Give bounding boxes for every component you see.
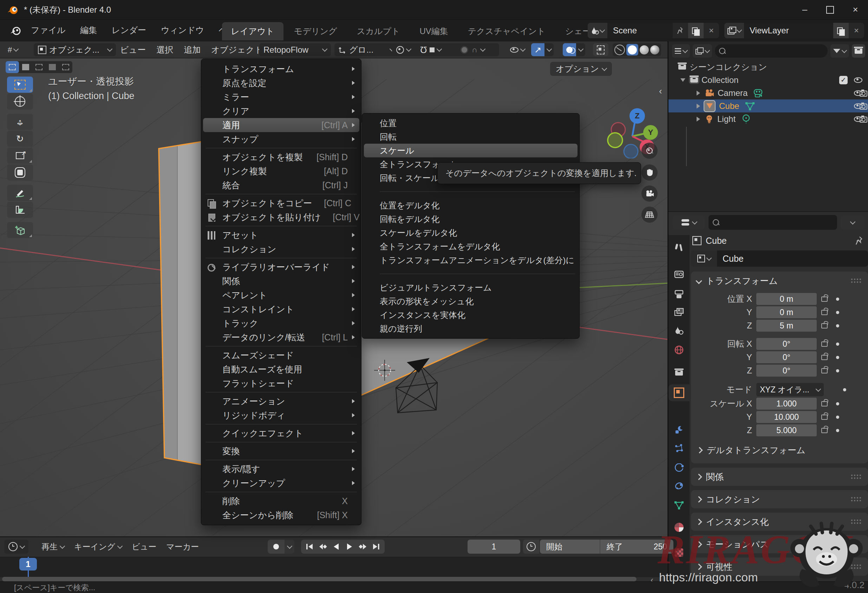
use-preview-range-button[interactable] bbox=[523, 540, 539, 554]
overlay-toggle[interactable] bbox=[563, 43, 576, 56]
play-button[interactable] bbox=[343, 541, 356, 553]
properties-search-input[interactable] bbox=[709, 215, 837, 230]
options-button[interactable]: オプション bbox=[550, 62, 612, 76]
lock-toggle[interactable] bbox=[817, 310, 832, 315]
submenu-item-scale[interactable]: スケール bbox=[364, 144, 577, 157]
object-menu-item[interactable]: クリーンアップ bbox=[201, 476, 361, 490]
auto-keyframe-button[interactable] bbox=[268, 540, 285, 554]
solid-shading-button[interactable] bbox=[626, 44, 638, 56]
xray-toggle[interactable] bbox=[593, 43, 608, 56]
outliner-row-scene-collection[interactable]: シーンコレクション bbox=[669, 60, 868, 74]
object-menu-item[interactable]: トラック bbox=[201, 316, 361, 330]
object-menu-item[interactable]: スムーズシェード bbox=[201, 348, 361, 362]
unlink-scene-button[interactable]: × bbox=[704, 23, 719, 38]
lock-toggle[interactable] bbox=[817, 323, 832, 329]
tab-particles[interactable] bbox=[669, 440, 689, 457]
outliner-search-input[interactable] bbox=[715, 44, 828, 58]
animate-dot[interactable] bbox=[832, 311, 843, 314]
object-menu-item[interactable]: オブジェクトをコピー [Ctrl] C bbox=[201, 196, 361, 210]
jump-to-start-button[interactable] bbox=[303, 541, 316, 553]
object-name-field[interactable]: Cube bbox=[717, 251, 868, 267]
menu-edit[interactable]: 編集 bbox=[79, 22, 98, 38]
visibility-dropdown[interactable] bbox=[506, 43, 529, 56]
lock-toggle[interactable] bbox=[817, 415, 832, 420]
apply-submenu-item[interactable] bbox=[362, 185, 579, 199]
new-collection-button[interactable] bbox=[852, 44, 865, 58]
prev-keyframe-button[interactable] bbox=[316, 541, 329, 553]
object-menu-item[interactable]: 関係 bbox=[201, 274, 361, 288]
outliner-row-collection[interactable]: Collection bbox=[669, 74, 868, 86]
object-menu-item[interactable]: フラットシェード bbox=[201, 376, 361, 390]
apply-submenu-item[interactable]: インスタンスを実体化 bbox=[362, 308, 579, 322]
value-field[interactable]: 0° bbox=[756, 338, 817, 350]
close-button[interactable]: × bbox=[843, 0, 868, 19]
object-menu-item[interactable]: 原点を設定 bbox=[201, 76, 361, 90]
new-viewlayer-button[interactable] bbox=[833, 23, 849, 38]
proportional-icon[interactable] bbox=[461, 46, 468, 54]
object-menu-item[interactable]: トランスフォーム bbox=[201, 62, 361, 76]
outliner-row-cube[interactable]: Cube bbox=[669, 99, 868, 112]
sidebar-collapse-arrow[interactable]: ‹ bbox=[659, 86, 662, 97]
delta-transform-panel[interactable]: デルタトランスフォーム bbox=[692, 442, 866, 459]
panel-relations[interactable]: 関係 bbox=[691, 468, 868, 486]
rendered-shading-button[interactable] bbox=[650, 45, 659, 55]
apply-submenu-item[interactable]: スケールをデルタ化 bbox=[362, 226, 579, 240]
apply-submenu-item[interactable]: ビジュアルトランスフォーム bbox=[362, 281, 579, 294]
tab-physics[interactable] bbox=[669, 460, 689, 477]
magnet-icon[interactable]: Ω bbox=[420, 44, 427, 55]
pivot-dropdown[interactable] bbox=[392, 43, 421, 56]
minimize-button[interactable]: – bbox=[792, 0, 818, 19]
tab-constraints[interactable] bbox=[669, 478, 689, 495]
apply-submenu-item[interactable]: 回転をデルタ化 bbox=[362, 212, 579, 226]
object-menu-item[interactable]: 表示/隠す bbox=[201, 462, 361, 476]
keying-set-dropdown[interactable] bbox=[285, 540, 294, 554]
animate-dot[interactable] bbox=[832, 356, 843, 359]
object-menu-item[interactable]: オブジェクトを貼り付け [Ctrl] V bbox=[201, 210, 361, 224]
gizmo-toggle[interactable]: ↗ bbox=[531, 43, 545, 56]
pan-hand-button[interactable] bbox=[641, 164, 658, 181]
animate-dot[interactable] bbox=[832, 402, 843, 406]
lock-toggle[interactable] bbox=[817, 296, 832, 302]
object-menu-item[interactable]: データのリンク/転送 [Ctrl] L bbox=[201, 330, 361, 344]
scale-tool[interactable]: ↗ bbox=[7, 148, 33, 164]
falloff-icon[interactable]: ∩ bbox=[472, 45, 477, 55]
render-toggle-icon[interactable] bbox=[859, 104, 867, 110]
tab-render[interactable] bbox=[669, 266, 689, 283]
tab-scene[interactable] bbox=[669, 322, 689, 339]
orientation-dropdown[interactable]: グロ... bbox=[334, 43, 399, 56]
tab-object-data[interactable] bbox=[669, 497, 689, 513]
next-keyframe-button[interactable] bbox=[357, 541, 369, 553]
object-menu-item[interactable] bbox=[201, 192, 361, 196]
object-menu-item[interactable]: ライブラリオーバーライド bbox=[201, 260, 361, 274]
select-box-tool[interactable] bbox=[7, 77, 33, 93]
cursor-tool[interactable] bbox=[7, 93, 33, 110]
object-menu-item[interactable] bbox=[201, 344, 361, 348]
properties-options-dropdown[interactable] bbox=[841, 216, 865, 229]
disclosure-closed-icon[interactable] bbox=[697, 91, 700, 96]
object-menu-item[interactable]: 自動スムーズを使用 bbox=[201, 362, 361, 376]
object-menu-item[interactable]: アニメーション bbox=[201, 394, 361, 408]
object-menu-item[interactable] bbox=[201, 440, 361, 444]
menu-render[interactable]: レンダー bbox=[110, 22, 148, 38]
lock-toggle[interactable] bbox=[817, 368, 832, 373]
apply-submenu-item[interactable]: 親の逆行列 bbox=[362, 322, 579, 335]
object-menu-item[interactable]: ペアレント bbox=[201, 288, 361, 302]
new-scene-button[interactable] bbox=[688, 23, 704, 38]
animate-dot[interactable] bbox=[832, 369, 843, 372]
panel-collections[interactable]: コレクション bbox=[691, 490, 868, 508]
object-menu-item[interactable]: 全シーンから削除 [Shift] X bbox=[201, 508, 361, 522]
play-reverse-button[interactable] bbox=[330, 541, 342, 553]
tab-modeling[interactable]: モデリング bbox=[285, 22, 346, 40]
timeline-scrollbar[interactable] bbox=[2, 577, 636, 581]
select-mode-invert[interactable] bbox=[46, 61, 59, 73]
pin-icon[interactable] bbox=[855, 236, 864, 245]
outliner-display-mode-button[interactable] bbox=[672, 44, 690, 58]
material-shading-button[interactable] bbox=[640, 45, 649, 55]
perspective-toggle-button[interactable] bbox=[641, 207, 658, 223]
viewlayer-name[interactable]: ViewLayer bbox=[744, 23, 833, 38]
value-field[interactable]: 10.000 bbox=[756, 411, 817, 423]
properties-editor-type-button[interactable] bbox=[673, 216, 705, 229]
gizmo-z-axis[interactable]: Z bbox=[629, 108, 645, 124]
scene-name[interactable]: Scene bbox=[607, 23, 673, 38]
collection-checkbox[interactable] bbox=[839, 76, 847, 84]
